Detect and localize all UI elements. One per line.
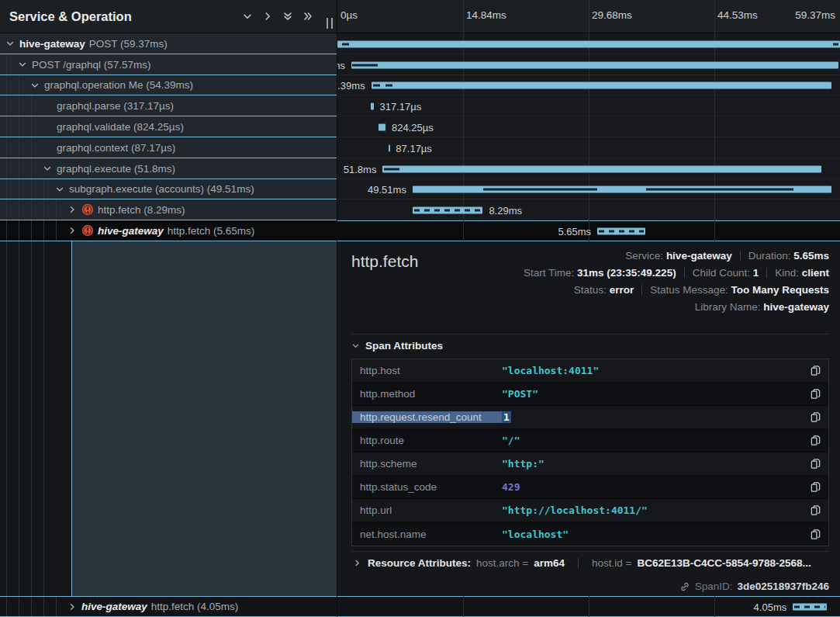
meta-value: client [802,267,829,279]
collapse-chevron-icon[interactable] [5,39,16,48]
indent-guide [6,179,7,199]
expand-chevron-icon[interactable] [67,205,78,214]
tree-row[interactable]: hive-gatewayhttp.fetch (5.65ms) [0,220,337,241]
expand-chevron-icon[interactable] [67,602,78,612]
span-service-name: hive-gateway [19,38,85,50]
copy-icon[interactable] [802,388,828,400]
double-chevron-right-icon[interactable] [302,11,313,22]
resource-value: BC62E13B-C4CC-5854-9788-2568... [637,557,811,569]
attribute-value: "/" [502,435,802,446]
span-duration-bar[interactable] [379,123,385,130]
pane-splitter-handle[interactable] [327,18,333,29]
span-operation-label: http.fetch (8.29ms) [98,204,185,216]
copy-icon[interactable] [802,458,828,470]
collapse-chevron-icon[interactable] [54,185,65,194]
timeline-bar-row: 87.17µs [337,137,840,158]
meta-value: hive-gateway [666,250,732,262]
attribute-value: "http:" [502,458,802,470]
copy-icon[interactable] [802,435,828,446]
child-span-mark [646,189,793,191]
tree-row[interactable]: http.fetch (8.29ms) [0,199,337,220]
attribute-key: http.route [352,435,502,446]
span-duration-bar[interactable] [372,82,832,89]
duration-label: 54.39ms [337,80,365,92]
indent-guide [6,220,7,241]
tree-row[interactable]: graphql.operation Me (54.39ms) [0,75,337,95]
timeline-tick-label: 29.68ms [592,9,632,21]
tree-row[interactable]: graphql.execute (51.8ms) [0,158,337,179]
attribute-value: 1 [502,411,802,423]
indent-guide [19,137,19,158]
indent-guide [56,199,57,220]
expand-chevron-icon[interactable] [67,226,78,235]
copy-icon[interactable] [802,504,828,516]
indent-guide [56,597,57,616]
indent-guide [19,158,19,179]
indent-guide [19,116,19,137]
copy-icon[interactable] [802,365,828,376]
span-duration-bar[interactable] [371,102,373,109]
meta-label: Kind: [775,267,802,279]
meta-label: Service: [625,250,666,262]
indent-guide [6,597,7,616]
double-chevron-down-icon[interactable] [282,11,293,22]
tree-row[interactable]: graphql.context (87.17µs) [0,137,337,158]
span-duration-bar[interactable] [351,61,838,68]
duration-label: 57.57ms [337,59,345,71]
span-operation-label: http.fetch (4.05ms) [151,601,239,612]
chevron-down-icon [351,341,360,350]
copy-icon[interactable] [802,529,828,540]
chevron-right-icon[interactable] [262,11,273,22]
meta-value: 1 [753,267,759,279]
tree-row[interactable]: graphql.validate (824.25µs) [0,116,337,137]
span-duration-bar[interactable] [597,227,645,234]
copy-icon[interactable] [802,481,828,493]
child-span-mark [342,43,349,45]
bar-dash-pattern [599,230,644,232]
span-attributes-title: Span Attributes [365,340,443,352]
indent-guide [19,199,19,220]
collapse-chevron-icon[interactable] [29,81,40,90]
indent-guide [19,75,19,95]
span-duration-bar[interactable] [389,144,390,151]
attribute-row: http.status_code429 [352,476,828,499]
copy-icon[interactable] [802,411,828,423]
link-icon[interactable] [679,581,690,592]
span-operation-label: http.fetch (5.65ms) [168,225,255,237]
duration-label: 87.17µs [396,142,432,154]
span-duration-bar[interactable] [413,206,482,213]
tree-row[interactable]: POST /graphql (57.57ms) [0,54,337,75]
span-operation-label: graphql.context (87.17µs) [57,142,175,154]
indent-guide [6,137,7,158]
attribute-row: http.route"/" [352,429,828,452]
span-attributes-header[interactable]: Span Attributes [351,340,443,352]
section-divider [351,334,829,334]
tree-row[interactable]: hive-gatewayhttp.fetch (4.05ms) [0,596,337,617]
tree-row[interactable]: hive-gatewayPOST (59.37ms) [0,33,337,54]
span-detail-panel: http.fetch Service: hive-gatewayDuration… [337,241,840,596]
span-attributes-table: http.host"localhost:4011"http.method"POS… [351,359,829,546]
span-meta-line: Start Time: 31ms (23:35:49.225)Child Cou… [524,265,829,282]
collapse-chevron-icon[interactable] [42,164,53,173]
tree-row[interactable]: graphql.parse (317.17µs) [0,95,337,116]
indent-guide [43,199,44,220]
attribute-value: "http://localhost:4011/" [502,504,802,516]
resource-attributes-row[interactable]: Resource Attributes: host.arch = arm64ho… [351,557,829,569]
attribute-key: http.request.resend_count [352,411,502,423]
span-service-name: hive-gateway [98,225,164,237]
indent-guide [19,220,19,241]
duration-label: 317.17µs [380,100,422,112]
span-duration-bar[interactable] [337,40,840,47]
indent-guide [6,199,7,220]
indent-guide [31,158,32,179]
child-span-mark [483,189,597,191]
tree-row[interactable]: subgraph.execute (accounts) (49.51ms) [0,179,337,199]
collapse-chevron-icon[interactable] [17,60,28,69]
chevron-down-icon[interactable] [242,11,253,22]
span-duration-bar[interactable] [382,165,821,172]
timeline-tick-label: 59.37ms [795,9,835,21]
timeline-bar-row: 8.29ms [337,199,840,220]
child-span-mark [384,168,399,170]
duration-label: 824.25µs [392,121,434,133]
span-duration-bar[interactable] [793,603,827,610]
